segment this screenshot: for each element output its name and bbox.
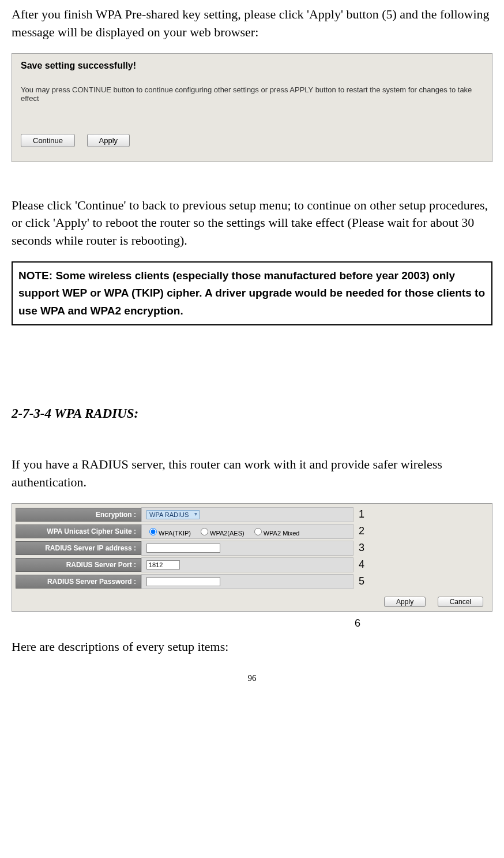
cipher-radio-tkip[interactable]: WPA(TKIP) [146,526,191,537]
section-heading: 2-7-3-4 WPA RADIUS: [12,406,492,421]
row-number-4: 4 [359,559,364,571]
form-apply-button[interactable]: Apply [384,597,426,607]
apply-button[interactable]: Apply [87,134,130,147]
radius-password-label: RADIUS Server Password : [16,575,141,589]
radius-form-screenshot: Encryption : WPA RADIUS 1 WPA Unicast Ci… [12,503,492,612]
descriptions-paragraph: Here are descriptions of every setup ite… [12,638,492,656]
save-message: You may press CONTINUE button to continu… [21,85,483,103]
radius-ip-input[interactable] [146,544,220,553]
cipher-label: WPA Unicast Cipher Suite : [16,524,141,538]
row-number-2: 2 [359,525,364,537]
form-cancel-button[interactable]: Cancel [438,597,483,607]
radius-password-input[interactable] [146,577,220,586]
encryption-select[interactable]: WPA RADIUS [146,510,200,519]
radius-ip-label: RADIUS Server IP address : [16,541,141,555]
cipher-radio-aes[interactable]: WPA2(AES) [198,526,245,537]
row-number-6: 6 [355,617,492,630]
note-box: NOTE: Some wireless clients (especially … [12,261,492,325]
encryption-label: Encryption : [16,508,141,522]
save-screenshot: Save setting successfully! You may press… [12,53,492,162]
continue-button[interactable]: Continue [21,134,75,147]
row-number-1: 1 [359,508,364,520]
radius-port-label: RADIUS Server Port : [16,558,141,572]
save-title: Save setting successfully! [21,61,483,71]
cipher-radio-group: WPA(TKIP) WPA2(AES) WPA2 Mixed [141,524,353,539]
page-number: 96 [12,673,492,683]
cipher-radio-mixed[interactable]: WPA2 Mixed [251,526,300,537]
radius-paragraph: If you have a RADIUS server, this router… [12,456,492,492]
continue-paragraph: Please click 'Continue' to back to previ… [12,197,492,250]
row-number-5: 5 [359,575,364,587]
intro-paragraph: After you finish WPA Pre-shared key sett… [12,6,492,42]
radius-port-input[interactable] [146,560,180,569]
row-number-3: 3 [359,542,364,554]
